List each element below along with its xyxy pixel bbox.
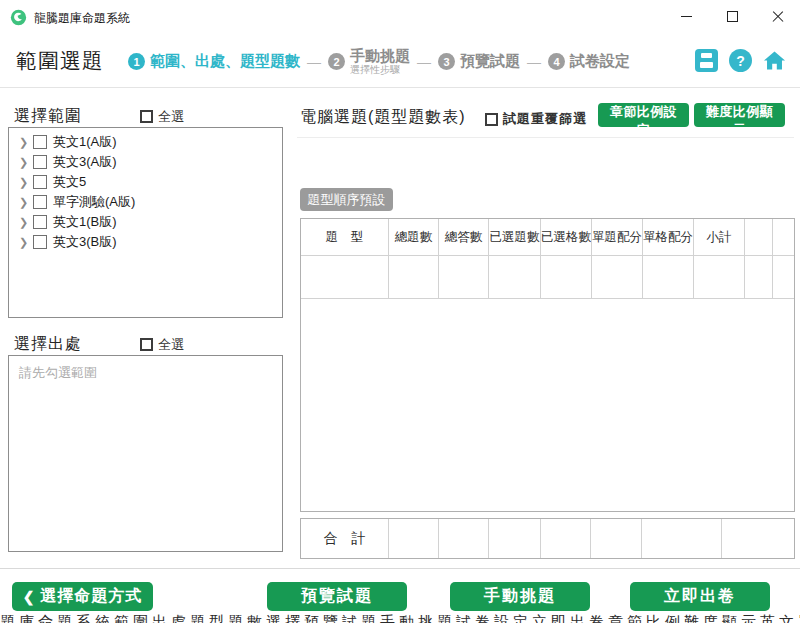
cell-subtotal[interactable] (694, 256, 745, 298)
source-list-box: 請先勾選範圍 (8, 355, 283, 552)
chevron-right-icon[interactable]: ❯ (19, 156, 33, 169)
close-button[interactable] (755, 0, 800, 33)
chapter-ratio-button[interactable]: 章節比例設定 (598, 103, 689, 127)
app-logo-icon (10, 9, 27, 26)
totals-cell (489, 519, 541, 558)
step-3-preview[interactable]: 3 預覽試題 (438, 52, 520, 71)
step-4-paper-settings[interactable]: 4 試卷設定 (548, 52, 630, 71)
panel-divider (297, 137, 794, 138)
tree-item-checkbox[interactable] (33, 155, 47, 169)
step-2-manual-pick[interactable]: 2 手動挑題 選擇性步驟 (328, 48, 410, 76)
tree-item-eng3a[interactable]: ❯ 英文3(A版) (9, 152, 282, 172)
tree-item-checkbox[interactable] (33, 175, 47, 189)
minimize-button[interactable] (663, 0, 709, 33)
tree-item-vocab-a[interactable]: ❯ 單字測驗(A版) (9, 192, 282, 212)
tree-item-label: 英文3(A版) (53, 153, 117, 171)
cell-points-per-question[interactable] (592, 256, 643, 298)
step-2-badge: 2 (328, 53, 345, 70)
maximize-button[interactable] (709, 0, 755, 33)
step-1-badge: 1 (128, 53, 145, 70)
chevron-right-icon[interactable]: ❯ (19, 136, 33, 149)
step-4-label: 試卷設定 (570, 52, 630, 71)
table-header-row: 題 型 總題數 總答數 已選題數 已選格數 單題配分 單格配分 小計 (301, 219, 794, 256)
maximize-icon (727, 11, 738, 22)
wizard-steps: 1 範圍、出處、題型題數 — 2 手動挑題 選擇性步驟 — 3 預覽試題 — 4… (128, 35, 630, 88)
window-title: 龍騰題庫命題系統 (34, 10, 130, 27)
cell-type[interactable] (301, 256, 389, 298)
tree-item-label: 單字測驗(A版) (53, 193, 135, 211)
col-header-selected-blanks: 已選格數 (541, 219, 592, 255)
tree-item-eng1a[interactable]: ❯ 英文1(A版) (9, 132, 282, 152)
tree-item-label: 英文1(B版) (53, 213, 117, 231)
chevron-right-icon[interactable]: ❯ (19, 236, 33, 249)
col-header-selected-questions: 已選題數 (489, 219, 541, 255)
tree-item-eng5[interactable]: ❯ 英文5 (9, 172, 282, 192)
tree-item-label: 英文3(B版) (53, 233, 117, 251)
preview-questions-button[interactable]: 預覽試題 (267, 582, 407, 611)
chevron-right-icon[interactable]: ❯ (19, 176, 33, 189)
app-window: 龍騰題庫命題系統 範圍選題 1 範圍、出處、題型題數 — 2 手動挑題 選擇性步… (0, 0, 800, 623)
col-header-subtotal: 小計 (694, 219, 745, 255)
col-header-total-questions: 總題數 (389, 219, 439, 255)
save-icon[interactable] (695, 49, 718, 72)
step-separator: — (307, 54, 321, 70)
source-section-header: 選擇出處 全選 (14, 334, 284, 355)
chevron-right-icon[interactable]: ❯ (19, 196, 33, 209)
tree-item-checkbox[interactable] (33, 135, 47, 149)
tree-item-checkbox[interactable] (33, 235, 47, 249)
clipped-background-text: 題庫命題系統範圍出處題型題數選擇預覽試題手動挑題試卷設定立即出卷章節比例難度顯示… (0, 612, 800, 623)
generate-paper-button[interactable]: 立即出卷 (630, 582, 770, 611)
manual-pick-button[interactable]: 手動挑題 (450, 582, 590, 611)
col-header-total-answers: 總答數 (439, 219, 489, 255)
computer-selection-title: 電腦選題(題型題數表) (300, 107, 466, 128)
tree-item-label: 英文1(A版) (53, 133, 117, 151)
totals-cell (642, 519, 722, 558)
totals-cell (541, 519, 592, 558)
home-icon[interactable] (763, 49, 786, 72)
footer-divider (0, 568, 800, 569)
totals-cell (591, 519, 642, 558)
range-select-all-checkbox[interactable] (140, 110, 153, 123)
duplicate-filter-checkbox[interactable] (485, 113, 498, 126)
col-header-empty (773, 219, 794, 255)
header-icons: ? (695, 49, 786, 72)
cell-total-questions[interactable] (389, 256, 439, 298)
range-section-header: 選擇範圍 全選 (14, 106, 284, 127)
step-1-range[interactable]: 1 範圍、出處、題型題數 (128, 52, 300, 71)
col-header-type: 題 型 (301, 219, 389, 255)
source-section-title: 選擇出處 (14, 334, 82, 355)
col-header-points-per-question: 單題配分 (592, 219, 643, 255)
help-icon[interactable]: ? (729, 49, 752, 72)
choose-method-back-button[interactable]: ❮ 選擇命題方式 (12, 582, 153, 611)
tree-item-checkbox[interactable] (33, 215, 47, 229)
totals-label: 合 計 (301, 519, 389, 558)
tree-item-eng3b[interactable]: ❯ 英文3(B版) (9, 232, 282, 252)
tree-item-checkbox[interactable] (33, 195, 47, 209)
chevron-right-icon[interactable]: ❯ (19, 216, 33, 229)
question-type-order-preset-button[interactable]: 題型順序預設 (300, 188, 393, 211)
cell-selected-blanks[interactable] (541, 256, 592, 298)
back-button-label: 選擇命題方式 (40, 586, 142, 607)
col-header-empty (745, 219, 773, 255)
page-header: 範圍選題 1 範圍、出處、題型題數 — 2 手動挑題 選擇性步驟 — 3 預覽試… (0, 35, 800, 88)
table-row (301, 256, 794, 299)
page-title: 範圍選題 (16, 47, 104, 75)
cell-selected-questions[interactable] (489, 256, 541, 298)
minimize-icon (681, 16, 692, 17)
duplicate-filter-label: 試題重覆篩選 (503, 110, 587, 128)
title-bar: 龍騰題庫命題系統 (0, 0, 800, 35)
cell-points-per-blank[interactable] (643, 256, 694, 298)
tree-item-eng1b[interactable]: ❯ 英文1(B版) (9, 212, 282, 232)
cell-total-answers[interactable] (439, 256, 489, 298)
cell-empty (745, 256, 773, 298)
step-1-label: 範圍、出處、題型題數 (150, 52, 300, 71)
step-separator: — (527, 54, 541, 70)
step-2-label: 手動挑題 (350, 48, 410, 65)
source-select-all-checkbox[interactable] (140, 338, 153, 351)
chevron-left-icon: ❮ (23, 589, 36, 605)
step-4-badge: 4 (548, 53, 565, 70)
totals-table: 合 計 (300, 518, 795, 559)
totals-cell (389, 519, 439, 558)
source-placeholder-text: 請先勾選範圍 (19, 364, 272, 382)
difficulty-ratio-button[interactable]: 難度比例顯示 (694, 103, 785, 127)
